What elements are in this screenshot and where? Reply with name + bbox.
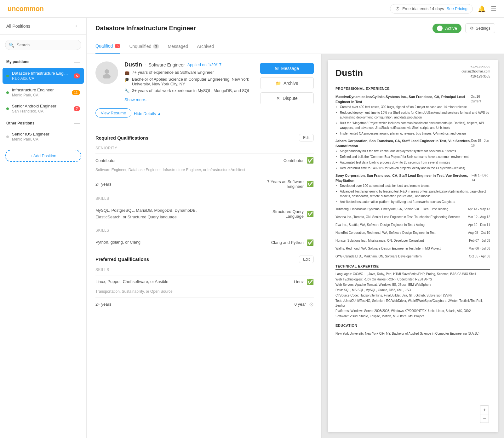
tab-unqualified-label: Unqualified: [129, 44, 151, 49]
resume-job-10-company: GYG Canada LTD., Markham, ON, Software D…: [335, 254, 421, 259]
resume-job-4: TubMongul Inc/Bosiac Systems, Emeryville…: [335, 207, 490, 212]
resume-job-1-company: MassiveDynamics Inc/Cylinks Systems Inc.…: [335, 94, 471, 105]
preferred-qual-title: Preferred Qualifications: [95, 256, 149, 262]
tech-item-3: Data: SQL, MS SQL, MySQL, Oracle, DB2, X…: [335, 288, 490, 292]
fact-education-text: Bachelor of Applied Science in Computer …: [132, 77, 255, 86]
position-item-infra[interactable]: Infrastructure Engineer Menlo Park, CA 1…: [0, 84, 86, 101]
tab-qualified-label: Qualified: [95, 43, 113, 49]
resume-job-2-date: Dec 15 - Jun 16: [471, 138, 490, 149]
add-position-button[interactable]: + Add Position: [5, 150, 81, 162]
bullet: Created over 400 test cases, 300 bugs, s…: [340, 105, 490, 109]
hide-details-button[interactable]: Hide Details ▲: [134, 111, 161, 116]
search-input[interactable]: [5, 40, 81, 50]
tab-archived[interactable]: Archived: [197, 39, 214, 53]
bullet: Reduced build time to ~40-50% for Maven …: [340, 166, 490, 170]
dot-green-icon: [6, 91, 9, 94]
pref-skills-row: Linux, Puppet, Chef software, or Ansible…: [95, 275, 314, 289]
my-positions-collapse-icon[interactable]: —: [74, 59, 80, 65]
zoom-out-button[interactable]: −: [480, 414, 489, 423]
view-resume-button[interactable]: View Resume: [95, 108, 131, 118]
my-positions-header: My positions —: [0, 55, 86, 67]
hide-details-label: Hide Details: [134, 111, 156, 116]
fact-skills-text: 3+ years of total work experience in MyS…: [132, 88, 250, 93]
resume-job-7-date: Aug 08 - Oct 10: [468, 230, 490, 236]
resume-job-2-header: Jahara Corporation, San Francisco, CA, S…: [335, 138, 490, 149]
experience-actual: 7 Years as Software Engineer: [253, 179, 304, 189]
tech-item-5: Test: JUnit/CUnit/TestNG, Selenium RC/We…: [335, 298, 490, 308]
check-icon: ✅: [307, 210, 314, 217]
technical-title: TECHNICAL EXPERTISE: [335, 264, 490, 270]
check-icon: ✅: [307, 239, 314, 246]
resume-job-3-date: Feb 1 - Dec 14: [472, 173, 490, 183]
pref-exp-right: 0 year ⊗: [205, 301, 314, 308]
dot-active-icon: [6, 75, 9, 77]
avatar: [95, 61, 118, 84]
trial-badge[interactable]: ⏱ Free trial ends 14 days See Pricing: [390, 4, 473, 14]
position-badge: 7: [74, 106, 80, 111]
menu-icon[interactable]: ☰: [491, 5, 496, 13]
unqualified-count-badge: 3: [153, 44, 159, 49]
tab-qualified[interactable]: Qualified 5: [95, 39, 120, 54]
main-header-right: Active ⚙ Settings: [432, 23, 495, 33]
notification-icon[interactable]: 🔔: [478, 5, 486, 13]
required-tags: Software Engineer, Database Engineer, In…: [95, 167, 314, 173]
other-positions-collapse-icon[interactable]: —: [74, 120, 80, 126]
resume-job-2-company: Jahara Corporation, San Francisco, CA, S…: [335, 138, 471, 149]
back-arrow-icon[interactable]: ←: [74, 23, 80, 29]
tab-messaged[interactable]: Messaged: [168, 39, 188, 53]
resume-contact: San Francisco, CA linkedin.com/in/dustin…: [460, 66, 490, 79]
message-button[interactable]: ✉ Message: [260, 63, 314, 74]
bullet: Developed over 100 automated tests for l…: [340, 183, 490, 188]
zoom-controls: + −: [480, 405, 489, 423]
check-icon: ✅: [307, 279, 314, 285]
pricing-link[interactable]: See Pricing: [447, 6, 467, 11]
skills-right-1: Structured Query Language ✅: [205, 209, 314, 219]
experience-required: 2+ years: [95, 182, 205, 187]
skills-right-2: Clang and Python ✅: [205, 239, 314, 246]
resume-inner: San Francisco, CA linkedin.com/in/dustin…: [328, 60, 498, 432]
archive-button[interactable]: 📁 Archive: [260, 77, 314, 89]
tab-unqualified[interactable]: Unqualified 3: [129, 39, 159, 53]
dot-separator: ·: [145, 62, 146, 68]
resume-job-8-header: Hunster Solutions Inc., Mississauga, ON,…: [335, 238, 490, 244]
skills-sublabel-2: Skills: [95, 228, 314, 233]
message-label: Message: [281, 66, 299, 71]
clock-icon: ⏱: [395, 6, 400, 11]
resume-job-9-date: May 06 - Jul 06: [469, 246, 490, 251]
resume-job-1-date: Oct 16 - Current: [471, 94, 490, 105]
bullet: Advanced Test Engineering by leading tes…: [340, 189, 490, 199]
candidate-header-row: Dustin · Software Engineer Applied on 1/…: [95, 61, 314, 129]
show-more-link[interactable]: Show more...: [124, 97, 149, 102]
resume-job-8-company: Hunster Solutions Inc., Mississauga, ON,…: [335, 238, 424, 243]
position-location: Menlo Park, CA: [12, 93, 72, 97]
resume-job-8-date: Feb 07 - Jul 08: [469, 238, 490, 244]
position-title: Senior iOS Engineer: [12, 132, 80, 136]
position-item-datastore[interactable]: Datastore Infrastructure Engi... Palo Al…: [3, 68, 84, 84]
active-toggle[interactable]: Active: [432, 24, 461, 33]
resume-phone1: 415-123-3538: [460, 66, 490, 69]
bullet: Implemented QA processes around planning…: [340, 131, 490, 136]
seniority-required: Contributor: [95, 158, 205, 163]
trial-text: Free trial ends 14 days: [402, 6, 444, 11]
skills-required-1: MySQL, PostgreSQL, MariaDB, MongoDB, Dyn…: [95, 207, 205, 221]
resume-header: San Francisco, CA linkedin.com/in/dustin…: [335, 66, 490, 82]
resume-job-6-date: Apr 10 - Dec 11: [468, 222, 490, 228]
cross-icon: ⊗: [309, 301, 314, 308]
check-icon: ✅: [307, 181, 314, 187]
position-item-ios[interactable]: Senior iOS Engineer Menlo Park, CA: [0, 129, 86, 145]
position-item-android[interactable]: Senior Android Engineer San Francisco, C…: [0, 101, 86, 117]
required-qual-edit-button[interactable]: Edit: [299, 134, 314, 141]
position-badge: 5: [74, 73, 80, 78]
candidate-panel: Dustin · Software Engineer Applied on 1/…: [87, 54, 504, 438]
top-nav-right: ⏱ Free trial ends 14 days See Pricing 🔔 …: [390, 4, 496, 14]
preferred-qual-edit-button[interactable]: Edit: [299, 256, 314, 263]
tech-item-7: Software: Visual Studio, Eclipse, Matlab…: [335, 314, 490, 319]
position-title: Datastore Infrastructure Engi...: [12, 71, 74, 76]
candidate-info: Dustin · Software Engineer Applied on 1/…: [124, 61, 255, 102]
position-location: San Francisco, CA: [12, 109, 74, 113]
zoom-in-button[interactable]: +: [480, 405, 489, 414]
dispute-button[interactable]: ✕ Dispute: [260, 92, 314, 104]
settings-button[interactable]: ⚙ Settings: [465, 23, 495, 33]
candidate-info-header: Dustin · Software Engineer Applied on 1/…: [95, 61, 255, 102]
required-qual-header: Required Qualifications Edit: [95, 134, 314, 141]
